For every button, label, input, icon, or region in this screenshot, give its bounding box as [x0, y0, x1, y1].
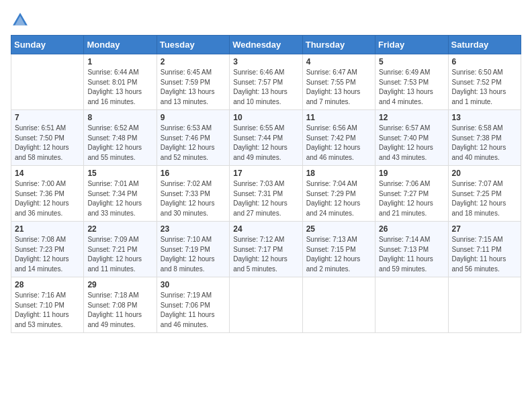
day-info: Sunrise: 6:45 AMSunset: 7:59 PMDaylight:…: [161, 68, 226, 107]
day-info: Sunrise: 6:51 AMSunset: 7:50 PMDaylight:…: [15, 124, 80, 163]
calendar-cell: 3Sunrise: 6:46 AMSunset: 7:57 PMDaylight…: [230, 54, 302, 110]
calendar-cell: 20Sunrise: 7:07 AMSunset: 7:25 PMDayligh…: [448, 166, 521, 222]
day-info: Sunrise: 6:55 AMSunset: 7:44 PMDaylight:…: [233, 124, 298, 163]
day-info: Sunrise: 6:58 AMSunset: 7:38 PMDaylight:…: [452, 124, 517, 163]
day-number: 25: [306, 224, 371, 234]
day-number: 5: [379, 57, 444, 66]
day-info: Sunrise: 7:19 AMSunset: 7:06 PMDaylight:…: [161, 291, 226, 330]
calendar-cell: [375, 277, 448, 333]
calendar-cell: 7Sunrise: 6:51 AMSunset: 7:50 PMDaylight…: [11, 110, 84, 166]
day-info: Sunrise: 6:57 AMSunset: 7:40 PMDaylight:…: [379, 124, 444, 163]
day-info: Sunrise: 7:16 AMSunset: 7:10 PMDaylight:…: [15, 291, 80, 330]
day-number: 9: [161, 113, 226, 122]
day-number: 12: [379, 113, 444, 122]
calendar-cell: 14Sunrise: 7:00 AMSunset: 7:36 PMDayligh…: [11, 166, 84, 222]
day-number: 1: [87, 57, 152, 66]
day-number: 21: [15, 224, 80, 234]
day-number: 14: [15, 169, 80, 178]
day-number: 23: [161, 224, 226, 234]
day-info: Sunrise: 7:12 AMSunset: 7:17 PMDaylight:…: [233, 235, 298, 274]
calendar-cell: 5Sunrise: 6:49 AMSunset: 7:53 PMDaylight…: [375, 54, 448, 110]
day-number: 18: [306, 169, 371, 178]
calendar-cell: 19Sunrise: 7:06 AMSunset: 7:27 PMDayligh…: [375, 166, 448, 222]
day-of-week-header: Monday: [84, 36, 157, 54]
day-number: 28: [15, 280, 80, 289]
day-info: Sunrise: 6:44 AMSunset: 8:01 PMDaylight:…: [87, 68, 152, 107]
day-info: Sunrise: 7:07 AMSunset: 7:25 PMDaylight:…: [452, 179, 517, 218]
day-info: Sunrise: 7:02 AMSunset: 7:33 PMDaylight:…: [161, 179, 226, 218]
day-number: 27: [452, 224, 517, 234]
calendar-cell: 17Sunrise: 7:03 AMSunset: 7:31 PMDayligh…: [230, 166, 302, 222]
calendar-cell: 10Sunrise: 6:55 AMSunset: 7:44 PMDayligh…: [230, 110, 302, 166]
calendar-cell: 12Sunrise: 6:57 AMSunset: 7:40 PMDayligh…: [375, 110, 448, 166]
day-of-week-header: Wednesday: [230, 36, 302, 54]
day-info: Sunrise: 7:15 AMSunset: 7:11 PMDaylight:…: [452, 235, 517, 274]
calendar-cell: [448, 277, 521, 333]
calendar-cell: 11Sunrise: 6:56 AMSunset: 7:42 PMDayligh…: [302, 110, 375, 166]
calendar-cell: 25Sunrise: 7:13 AMSunset: 7:15 PMDayligh…: [302, 222, 375, 277]
day-number: 16: [161, 169, 226, 178]
page-header: [11, 11, 521, 30]
calendar-cell: 18Sunrise: 7:04 AMSunset: 7:29 PMDayligh…: [302, 166, 375, 222]
day-info: Sunrise: 7:18 AMSunset: 7:08 PMDaylight:…: [87, 291, 152, 330]
day-info: Sunrise: 6:49 AMSunset: 7:53 PMDaylight:…: [379, 68, 444, 107]
day-info: Sunrise: 7:06 AMSunset: 7:27 PMDaylight:…: [379, 179, 444, 218]
day-number: 10: [233, 113, 298, 122]
day-info: Sunrise: 6:46 AMSunset: 7:57 PMDaylight:…: [233, 68, 298, 107]
calendar-cell: 30Sunrise: 7:19 AMSunset: 7:06 PMDayligh…: [157, 277, 229, 333]
calendar-table: SundayMondayTuesdayWednesdayThursdayFrid…: [11, 35, 521, 333]
calendar-cell: 8Sunrise: 6:52 AMSunset: 7:48 PMDaylight…: [84, 110, 157, 166]
calendar-cell: 16Sunrise: 7:02 AMSunset: 7:33 PMDayligh…: [157, 166, 229, 222]
day-info: Sunrise: 6:53 AMSunset: 7:46 PMDaylight:…: [161, 124, 226, 163]
day-info: Sunrise: 7:04 AMSunset: 7:29 PMDaylight:…: [306, 179, 371, 218]
calendar-week-row: 14Sunrise: 7:00 AMSunset: 7:36 PMDayligh…: [11, 166, 521, 222]
calendar-cell: 9Sunrise: 6:53 AMSunset: 7:46 PMDaylight…: [157, 110, 229, 166]
day-info: Sunrise: 7:13 AMSunset: 7:15 PMDaylight:…: [306, 235, 371, 274]
logo: [11, 11, 32, 30]
day-number: 19: [379, 169, 444, 178]
calendar-cell: [302, 277, 375, 333]
calendar-cell: [230, 277, 302, 333]
calendar-cell: 6Sunrise: 6:50 AMSunset: 7:52 PMDaylight…: [448, 54, 521, 110]
calendar-cell: 23Sunrise: 7:10 AMSunset: 7:19 PMDayligh…: [157, 222, 229, 277]
day-number: 20: [452, 169, 517, 178]
day-info: Sunrise: 7:10 AMSunset: 7:19 PMDaylight:…: [161, 235, 226, 274]
day-info: Sunrise: 6:47 AMSunset: 7:55 PMDaylight:…: [306, 68, 371, 107]
day-number: 11: [306, 113, 371, 122]
calendar-cell: 1Sunrise: 6:44 AMSunset: 8:01 PMDaylight…: [84, 54, 157, 110]
day-number: 30: [161, 280, 226, 289]
day-of-week-header: Saturday: [448, 36, 521, 54]
day-of-week-header: Friday: [375, 36, 448, 54]
day-info: Sunrise: 7:09 AMSunset: 7:21 PMDaylight:…: [87, 235, 152, 274]
calendar-week-row: 21Sunrise: 7:08 AMSunset: 7:23 PMDayligh…: [11, 222, 521, 277]
day-info: Sunrise: 6:50 AMSunset: 7:52 PMDaylight:…: [452, 68, 517, 107]
day-info: Sunrise: 6:56 AMSunset: 7:42 PMDaylight:…: [306, 124, 371, 163]
calendar-cell: 21Sunrise: 7:08 AMSunset: 7:23 PMDayligh…: [11, 222, 84, 277]
day-number: 29: [87, 280, 152, 289]
calendar-week-row: 1Sunrise: 6:44 AMSunset: 8:01 PMDaylight…: [11, 54, 521, 110]
day-number: 4: [306, 57, 371, 66]
calendar-cell: 4Sunrise: 6:47 AMSunset: 7:55 PMDaylight…: [302, 54, 375, 110]
calendar-cell: 28Sunrise: 7:16 AMSunset: 7:10 PMDayligh…: [11, 277, 84, 333]
calendar-week-row: 7Sunrise: 6:51 AMSunset: 7:50 PMDaylight…: [11, 110, 521, 166]
day-of-week-header: Thursday: [302, 36, 375, 54]
day-info: Sunrise: 7:01 AMSunset: 7:34 PMDaylight:…: [87, 179, 152, 218]
day-number: 26: [379, 224, 444, 234]
calendar-header-row: SundayMondayTuesdayWednesdayThursdayFrid…: [11, 36, 521, 54]
calendar-cell: 27Sunrise: 7:15 AMSunset: 7:11 PMDayligh…: [448, 222, 521, 277]
calendar-cell: 29Sunrise: 7:18 AMSunset: 7:08 PMDayligh…: [84, 277, 157, 333]
day-number: 7: [15, 113, 80, 122]
day-of-week-header: Sunday: [11, 36, 84, 54]
calendar-cell: 26Sunrise: 7:14 AMSunset: 7:13 PMDayligh…: [375, 222, 448, 277]
calendar-cell: 22Sunrise: 7:09 AMSunset: 7:21 PMDayligh…: [84, 222, 157, 277]
day-number: 13: [452, 113, 517, 122]
day-number: 15: [87, 169, 152, 178]
day-number: 2: [161, 57, 226, 66]
day-number: 8: [87, 113, 152, 122]
day-info: Sunrise: 7:08 AMSunset: 7:23 PMDaylight:…: [15, 235, 80, 274]
day-of-week-header: Tuesday: [157, 36, 229, 54]
day-info: Sunrise: 6:52 AMSunset: 7:48 PMDaylight:…: [87, 124, 152, 163]
day-number: 3: [233, 57, 298, 66]
calendar-cell: [11, 54, 84, 110]
day-number: 24: [233, 224, 298, 234]
